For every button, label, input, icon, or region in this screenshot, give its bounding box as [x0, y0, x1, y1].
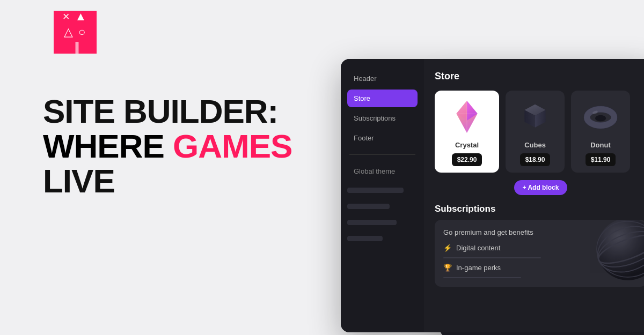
product-card-crystal[interactable]: Crystal $22.90	[435, 91, 499, 173]
store-title: Store	[435, 71, 644, 82]
sidebar-item-global-theme[interactable]: Global theme	[347, 162, 418, 180]
subscriptions-card: Go premium and get benefits ⚡ Digital co…	[435, 220, 644, 287]
subscriptions-section-title: Subscriptions	[435, 204, 644, 214]
product-card-cubes[interactable]: Cubes $18.90	[506, 91, 565, 173]
logo-symbols: × ▲△ ○ ‖	[63, 9, 88, 55]
hero-where: WHERE	[43, 128, 173, 165]
hero-line3: LIVE	[43, 163, 292, 198]
deco-sphere	[593, 220, 644, 284]
hero-games: GAMES	[173, 128, 292, 165]
logo: × ▲△ ○ ‖	[54, 11, 97, 54]
cubes-image	[516, 98, 554, 136]
sidebar-item-store[interactable]: Store	[347, 90, 418, 107]
crystal-price: $22.90	[452, 153, 482, 166]
cubes-name: Cubes	[512, 141, 558, 149]
sidebar-placeholder-3	[347, 220, 397, 225]
ui-panel: Header Store Subscriptions Footer Global…	[341, 59, 644, 332]
sidebar-item-subscriptions[interactable]: Subscriptions	[347, 109, 418, 127]
digital-content-icon: ⚡	[443, 244, 452, 252]
sidebar-placeholder-4	[347, 236, 383, 241]
sidebar-item-footer[interactable]: Footer	[347, 129, 418, 147]
donut-price: $11.90	[586, 153, 616, 166]
main-content: Store	[424, 59, 644, 332]
add-block-row: + Add block	[435, 180, 644, 195]
crystal-name: Crystal	[441, 141, 493, 149]
benefit-divider-1	[443, 257, 541, 258]
ingame-perks-text: In-game perks	[456, 264, 501, 272]
sidebar-divider	[349, 154, 415, 155]
product-card-donut[interactable]: Donut $11.90	[571, 91, 630, 173]
ingame-perks-icon: 🏆	[443, 264, 452, 272]
sidebar-item-header[interactable]: Header	[347, 70, 418, 87]
donut-name: Donut	[577, 141, 624, 149]
hero-line1: SITE BUILDER:	[43, 94, 292, 129]
add-block-button[interactable]: + Add block	[514, 180, 568, 195]
sidebar-placeholder-1	[347, 188, 404, 193]
products-row: Crystal $22.90	[435, 91, 644, 173]
cubes-price: $18.90	[520, 153, 551, 166]
hero-section: SITE BUILDER: WHERE GAMES LIVE	[43, 94, 292, 198]
hero-line2: WHERE GAMES	[43, 129, 292, 163]
sidebar-placeholder-2	[347, 204, 390, 209]
benefit-divider-2	[443, 277, 521, 278]
crystal-image	[448, 98, 486, 136]
svg-point-16	[595, 115, 605, 121]
donut-image	[582, 98, 619, 136]
digital-content-text: Digital content	[456, 244, 500, 252]
sidebar: Header Store Subscriptions Footer Global…	[341, 59, 424, 332]
